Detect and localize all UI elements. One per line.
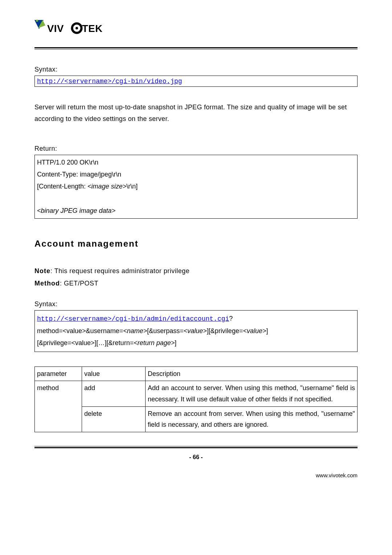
syntax-label-2: Syntax: bbox=[34, 300, 358, 308]
table-row: delete Remove an account from server. Wh… bbox=[35, 406, 358, 432]
header-value: value bbox=[82, 366, 146, 381]
return-label: Return: bbox=[34, 145, 358, 153]
return-line-1: HTTP/1.0 200 OK\r\n bbox=[37, 157, 355, 169]
account-syntax-line2: method=<value>&username=<name>[&userpass… bbox=[37, 325, 355, 337]
cell-desc-delete: Remove an account from server. When usin… bbox=[146, 406, 358, 432]
vivotek-logo-icon: VIV TEK bbox=[34, 18, 111, 38]
footer-rule bbox=[34, 446, 358, 448]
account-syntax-box: http://<servername>/cgi-bin/admin/editac… bbox=[34, 310, 358, 352]
snapshot-url-link[interactable]: http://<servername>/cgi-bin/video.jpg bbox=[37, 78, 182, 85]
account-note: Note: This request requires administrato… bbox=[34, 265, 358, 277]
snapshot-syntax-box: http://<servername>/cgi-bin/video.jpg bbox=[34, 76, 358, 87]
account-syntax-line3: [&privilege=<value>][…][&return=<return … bbox=[37, 337, 355, 349]
account-note-block: Note: This request requires administrato… bbox=[34, 265, 358, 289]
header-parameter: parameter bbox=[35, 366, 82, 381]
svg-text:VIV: VIV bbox=[47, 23, 64, 34]
account-syntax-line1: http://<servername>/cgi-bin/admin/editac… bbox=[37, 313, 355, 325]
return-line-3: [Content-Length: <image size>\r\n] bbox=[37, 181, 355, 193]
section-title-account: Account management bbox=[34, 239, 358, 249]
brand-logo: VIV TEK bbox=[34, 18, 358, 38]
table-row: method add Add an account to server. Whe… bbox=[35, 381, 358, 406]
syntax-label-1: Syntax: bbox=[34, 66, 358, 73]
svg-text:TEK: TEK bbox=[82, 23, 103, 34]
cell-value-add: add bbox=[82, 381, 146, 406]
page-number: - 66 - bbox=[34, 454, 358, 461]
account-url-link[interactable]: http://<servername>/cgi-bin/admin/editac… bbox=[37, 315, 229, 323]
parameter-table: parameter value Description method add A… bbox=[34, 366, 358, 432]
header-rule bbox=[34, 47, 358, 49]
return-box: HTTP/1.0 200 OK\r\n Content-Type: image/… bbox=[34, 155, 358, 219]
return-blank bbox=[37, 193, 355, 205]
header-description: Description bbox=[146, 366, 358, 381]
account-method: Method: GET/POST bbox=[34, 278, 358, 289]
cell-value-delete: delete bbox=[82, 406, 146, 432]
return-line-4: <binary JPEG image data> bbox=[37, 205, 355, 217]
cell-desc-add: Add an account to server. When using thi… bbox=[146, 381, 358, 406]
snapshot-description: Server will return the most up-to-date s… bbox=[34, 101, 358, 125]
svg-point-5 bbox=[75, 27, 78, 29]
cell-param-method: method bbox=[35, 381, 82, 432]
return-line-2: Content-Type: image/jpeg\r\n bbox=[37, 169, 355, 181]
table-header-row: parameter value Description bbox=[35, 366, 358, 381]
site-url: www.vivotek.com bbox=[34, 472, 358, 478]
svg-point-2 bbox=[36, 20, 38, 22]
